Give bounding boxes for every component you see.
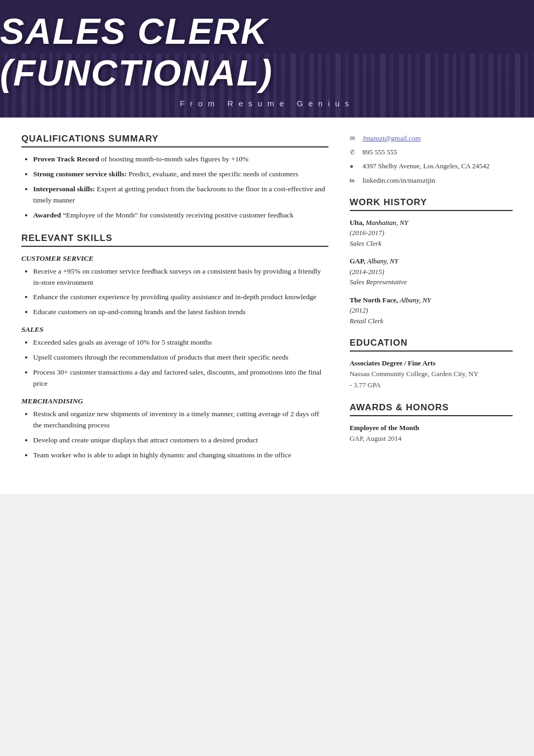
list-item: Awarded “Employee of the Month” for cons…: [33, 210, 328, 221]
work-role-gap: Sales Representative: [350, 277, 513, 287]
work-role-ulta: Sales Clerk: [350, 238, 513, 249]
work-history-heading: Work History: [350, 197, 513, 211]
list-item: Process 30+ customer transactions a day …: [33, 367, 328, 389]
email-contact: ✉ Jmanszt@gmail.com: [350, 134, 513, 143]
list-item: Receive a +95% on customer service feedb…: [33, 266, 328, 289]
education-gpa: - 3.77 GPA: [350, 380, 513, 391]
phone-number: 895 555 555: [363, 147, 397, 157]
qual-text-2: Predict, evaluate, and meet the specific…: [129, 170, 299, 178]
qual-text-1: of boosting month-to-month sales figures…: [101, 155, 248, 163]
qual-bold-3: Interpersonal skills:: [33, 185, 95, 193]
education-school: Nassau Community College, Garden City, N…: [350, 369, 513, 379]
work-item-gap: GAP, Albany, NY (2014-2015) Sales Repres…: [350, 256, 513, 287]
qual-bold-2: Strong customer service skills:: [33, 170, 127, 178]
address-contact: ● 4397 Shelby Avenue, Los Angeles, CA 24…: [350, 161, 513, 171]
work-dates-ulta: (2016-2017): [350, 228, 513, 238]
work-dates-gap: (2014-2015): [350, 267, 513, 277]
awards-section: Awards & Honors Employee of the Month GA…: [350, 402, 513, 444]
work-company-ulta: Ulta, Manhattan, NY: [350, 217, 513, 228]
education-item: Associates Degree / Fine Arts Nassau Com…: [350, 358, 513, 390]
phone-icon: ✆: [350, 148, 358, 157]
sales-list: Exceeded sales goals an average of 10% f…: [21, 337, 328, 389]
phone-contact: ✆ 895 555 555: [350, 147, 513, 157]
award-detail: GAP, August 2014: [350, 433, 513, 444]
relevant-skills-section: Relevant Skills CUSTOMER SERVICE Receive…: [21, 233, 328, 461]
merchandising-list: Restock and organize new shipments of in…: [21, 409, 328, 461]
sales-subheading: SALES: [21, 325, 328, 334]
work-item-ulta: Ulta, Manhattan, NY (2016-2017) Sales Cl…: [350, 217, 513, 249]
list-item: Enhance the customer experience by provi…: [33, 292, 328, 303]
qual-bold-4: Awarded: [33, 211, 61, 219]
list-item: Educate customers on up-and-coming brand…: [33, 307, 328, 318]
list-item: Proven Track Record of boosting month-to…: [33, 154, 328, 165]
award-name: Employee of the Month: [350, 423, 513, 433]
address-text: 4397 Shelby Avenue, Los Angeles, CA 2454…: [363, 161, 490, 171]
list-item: Strong customer service skills: Predict,…: [33, 169, 328, 180]
linkedin-url: linkedin.com/in/mansztjin: [363, 176, 435, 185]
page-header: Sales Clerk (Functional) From Resume Gen…: [0, 0, 534, 118]
contact-section: ✉ Jmanszt@gmail.com ✆ 895 555 555 ● 4397…: [350, 134, 513, 185]
education-degree: Associates Degree / Fine Arts: [350, 358, 513, 369]
list-item: Team worker who is able to adapt in high…: [33, 450, 328, 461]
qualifications-section: Qualifications Summary Proven Track Reco…: [21, 134, 328, 221]
qual-text-4: “Employee of the Month” for consistently…: [63, 211, 294, 219]
qualifications-heading: Qualifications Summary: [21, 134, 328, 147]
relevant-skills-heading: Relevant Skills: [21, 233, 328, 247]
customer-service-list: Receive a +95% on customer service feedb…: [21, 266, 328, 318]
list-item: Restock and organize new shipments of in…: [33, 409, 328, 431]
main-content: Qualifications Summary Proven Track Reco…: [0, 118, 534, 494]
left-column: Qualifications Summary Proven Track Reco…: [21, 134, 328, 473]
work-company-gap: GAP, Albany, NY: [350, 256, 513, 267]
awards-heading: Awards & Honors: [350, 402, 513, 416]
email-link[interactable]: Jmanszt@gmail.com: [363, 134, 421, 143]
customer-service-subheading: CUSTOMER SERVICE: [21, 254, 328, 263]
qualifications-list: Proven Track Record of boosting month-to…: [21, 154, 328, 221]
list-item: Develop and create unique displays that …: [33, 435, 328, 446]
work-dates-northface: (2012): [350, 305, 513, 316]
linkedin-icon: in: [350, 176, 358, 184]
work-company-northface: The North Face, Albany, NY: [350, 295, 513, 306]
email-icon: ✉: [350, 134, 358, 143]
award-item: Employee of the Month GAP, August 2014: [350, 423, 513, 444]
merchandising-subheading: MERCHANDISING: [21, 397, 328, 406]
list-item: Exceeded sales goals an average of 10% f…: [33, 337, 328, 348]
location-icon: ●: [350, 162, 358, 171]
list-item: Upsell customers through the recommendat…: [33, 352, 328, 363]
page-title: Sales Clerk (Functional): [0, 10, 534, 93]
work-history-section: Work History Ulta, Manhattan, NY (2016-2…: [350, 197, 513, 326]
work-role-northface: Retail Clerk: [350, 316, 513, 326]
qual-bold-1: Proven Track Record: [33, 155, 99, 163]
linkedin-contact: in linkedin.com/in/mansztjin: [350, 176, 513, 185]
list-item: Interpersonal skills: Expert at getting …: [33, 184, 328, 206]
header-subtitle: From Resume Genius: [180, 99, 355, 108]
work-item-northface: The North Face, Albany, NY (2012) Retail…: [350, 295, 513, 326]
education-section: Education Associates Degree / Fine Arts …: [350, 338, 513, 390]
education-heading: Education: [350, 338, 513, 352]
right-column: ✉ Jmanszt@gmail.com ✆ 895 555 555 ● 4397…: [350, 134, 513, 473]
